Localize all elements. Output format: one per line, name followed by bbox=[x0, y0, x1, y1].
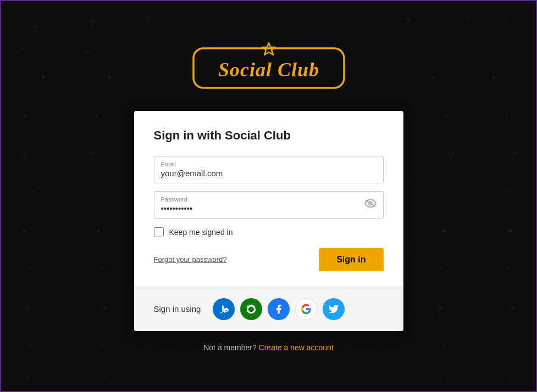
deco-icon: ↗ bbox=[100, 374, 107, 383]
password-label: Password bbox=[161, 196, 377, 203]
deco-icon: ? bbox=[511, 149, 517, 162]
deco-icon: ? bbox=[464, 15, 470, 27]
password-input-group[interactable]: Password bbox=[154, 191, 384, 219]
form-title: Sign in with Social Club bbox=[154, 128, 384, 143]
deco-icon: ✦ bbox=[430, 72, 437, 83]
deco-icon: ↗ bbox=[97, 265, 104, 273]
deco-icon: ? bbox=[89, 149, 95, 162]
deco-icon: ✦ bbox=[507, 226, 514, 237]
google-sign-in-button[interactable] bbox=[295, 298, 317, 320]
keep-signed-in-checkbox[interactable] bbox=[154, 227, 164, 237]
deco-icon: ✦ bbox=[40, 72, 47, 83]
deco-icon: ⬧ bbox=[23, 111, 27, 119]
keep-signed-in-label[interactable]: Keep me signed in bbox=[169, 228, 233, 237]
svg-text:Social Club: Social Club bbox=[218, 59, 319, 81]
deco-icon: ⬧ bbox=[95, 111, 98, 119]
deco-icon: ? bbox=[89, 18, 95, 30]
deco-icon: ? bbox=[144, 15, 150, 27]
not-member-text: Not a member? bbox=[203, 343, 256, 352]
deco-icon: ↗ bbox=[502, 188, 508, 197]
deco-icon: ✦ bbox=[20, 226, 27, 237]
deco-icon: ? bbox=[508, 303, 514, 316]
deco-icon: ✦ bbox=[441, 226, 448, 237]
deco-icon: ⬧ bbox=[444, 111, 448, 119]
deco-icon: ↗ bbox=[505, 265, 511, 273]
playstation-sign-in-button[interactable] bbox=[213, 298, 235, 320]
deco-icon: ? bbox=[436, 303, 442, 316]
deco-icon: ⬧ bbox=[505, 341, 508, 349]
twitter-sign-in-button[interactable] bbox=[323, 298, 345, 320]
deco-icon: ? bbox=[100, 303, 106, 316]
keep-signed-in-row: Keep me signed in bbox=[154, 227, 384, 237]
deco-icon: ↗ bbox=[26, 265, 32, 273]
deco-icon: ↗ bbox=[18, 45, 24, 54]
deco-icon: ? bbox=[20, 149, 26, 162]
deco-icon: ✦ bbox=[490, 72, 497, 83]
logo-container: Social Club bbox=[189, 41, 348, 98]
social-icons-group bbox=[213, 298, 345, 320]
deco-icon: ↗ bbox=[507, 374, 514, 383]
deco-icon: ? bbox=[23, 303, 29, 316]
deco-icon: ? bbox=[31, 23, 37, 36]
email-label: Email bbox=[161, 161, 377, 167]
deco-icon: ↗ bbox=[436, 374, 442, 383]
deco-icon: ⬧ bbox=[29, 341, 32, 349]
deco-icon: ✦ bbox=[95, 226, 102, 237]
deco-icon: ⬧ bbox=[505, 111, 508, 119]
logo-svg: Social Club bbox=[189, 41, 348, 96]
deco-icon: ⬧ bbox=[441, 341, 445, 349]
deco-icon: ? bbox=[403, 16, 409, 29]
bottom-text: Not a member? Create a new account bbox=[203, 343, 334, 352]
create-account-link[interactable]: Create a new account bbox=[259, 343, 334, 352]
social-sign-in-label: Sign in using bbox=[154, 304, 201, 313]
deco-icon: ↗ bbox=[502, 45, 508, 54]
xbox-sign-in-button[interactable] bbox=[240, 298, 262, 320]
actions-row: Forgot your password? Sign in bbox=[154, 248, 384, 271]
main-card: Sign in with Social Club Email Password … bbox=[134, 111, 403, 331]
deco-icon: ? bbox=[502, 15, 508, 27]
deco-icon: ↗ bbox=[452, 45, 459, 54]
deco-icon: ↗ bbox=[29, 188, 35, 197]
deco-icon: ⬧ bbox=[100, 341, 104, 349]
sign-in-button[interactable]: Sign in bbox=[319, 248, 383, 271]
email-input[interactable] bbox=[161, 169, 377, 178]
email-input-group[interactable]: Email bbox=[154, 156, 384, 183]
deco-icon: ↗ bbox=[436, 265, 442, 273]
forgot-password-link[interactable]: Forgot your password? bbox=[154, 255, 227, 264]
toggle-password-icon[interactable] bbox=[364, 199, 377, 210]
sign-in-form-section: Sign in with Social Club Email Password … bbox=[134, 111, 403, 287]
deco-icon: ↗ bbox=[23, 374, 30, 383]
deco-icon: ↗ bbox=[84, 48, 90, 57]
social-sign-in-bar: Sign in using bbox=[134, 287, 403, 331]
password-input[interactable] bbox=[161, 204, 377, 213]
deco-icon: ✦ bbox=[106, 72, 113, 83]
deco-icon: ? bbox=[447, 149, 453, 162]
facebook-sign-in-button[interactable] bbox=[268, 298, 290, 320]
